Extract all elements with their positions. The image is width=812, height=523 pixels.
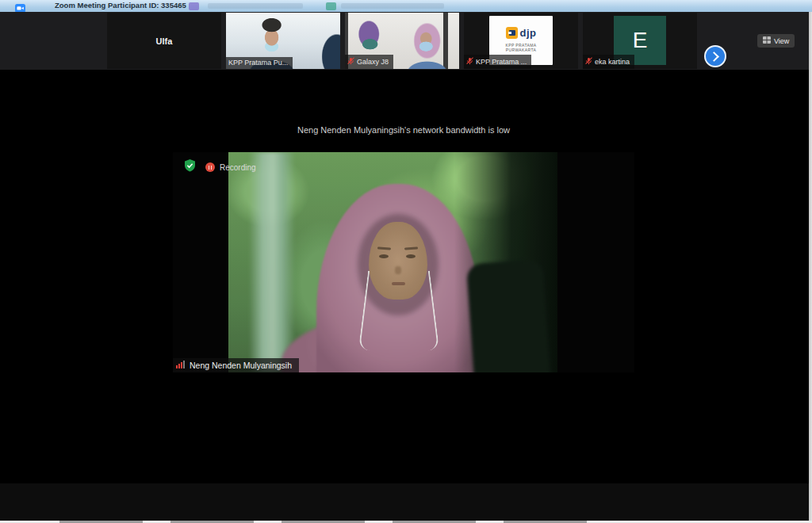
main-stage: Neng Nenden Mulyaningsih's network bandw… [0, 70, 812, 483]
window-titlebar: Zoom Meeting Participant ID: 335465 [0, 0, 812, 12]
video-status-bar: Recording [184, 159, 256, 175]
participant-name: KPP Pratama Pu... [228, 59, 288, 67]
recording-indicator[interactable]: Recording [205, 162, 256, 172]
record-dot-icon [205, 162, 215, 172]
view-button-label: View [774, 37, 789, 45]
view-button[interactable]: View [757, 34, 795, 48]
participant-tile-kpp-pratama-pu[interactable]: KPP Pratama Pu... [226, 13, 340, 69]
participant-tile-galaxy-j8[interactable]: Galaxy J8 [345, 13, 459, 69]
titlebar-ghost-icon [326, 2, 336, 10]
next-participants-button[interactable] [704, 45, 726, 67]
participant-initial: E [633, 28, 648, 53]
djp-logo-subtitle: PURWAKARTA [505, 48, 536, 52]
titlebar-ghost-icon [189, 2, 199, 10]
camera-feed [228, 152, 557, 372]
recording-label: Recording [220, 163, 256, 172]
participant-tile-ulfa[interactable]: Ulfa [107, 13, 221, 69]
grid-icon [763, 36, 771, 45]
participant-name: Galaxy J8 [357, 59, 389, 66]
participant-name: Ulfa [156, 36, 173, 46]
video-tint [228, 152, 557, 372]
participant-name: eka kartina [595, 59, 630, 66]
speaker-name: Neng Nenden Mulyaningsih [190, 361, 292, 370]
chevron-right-icon [709, 52, 719, 62]
titlebar-ghost-text [341, 3, 444, 9]
titlebar-ghost-text [208, 3, 303, 9]
djp-logo-text: djp [520, 27, 537, 39]
djp-logo-icon [506, 27, 518, 39]
network-bandwidth-notice: Neng Nenden Mulyaningsih's network bandw… [173, 125, 634, 135]
speaker-name-label: Neng Nenden Mulyaningsih [173, 358, 299, 372]
participant-tile-kpp-pratama[interactable]: djp KPP PRATAMA PURWAKARTA KPP Pratama .… [464, 13, 578, 69]
mic-muted-icon [347, 57, 354, 67]
participant-name: KPP Pratama ... [476, 59, 527, 66]
zoom-meeting-window: Zoom Meeting Participant ID: 335465 Ulfa… [0, 0, 812, 523]
mic-muted-icon [585, 57, 592, 67]
meeting-toolbar: Join Audio Start Video 14 Participants C… [0, 483, 812, 521]
signal-bars-icon [176, 361, 186, 370]
participant-thumbnail-strip: Ulfa KPP Pratama Pu... Galaxy J8 djp [0, 12, 812, 70]
mic-muted-icon [466, 57, 473, 67]
window-title: Zoom Meeting Participant ID: 335465 [55, 1, 186, 10]
active-speaker-video: Recording Neng Nenden Mulyaningsih [173, 152, 634, 372]
participant-tile-eka-kartina[interactable]: E eka kartina [583, 13, 697, 69]
window-right-border [809, 12, 812, 523]
shield-check-icon [184, 159, 196, 175]
